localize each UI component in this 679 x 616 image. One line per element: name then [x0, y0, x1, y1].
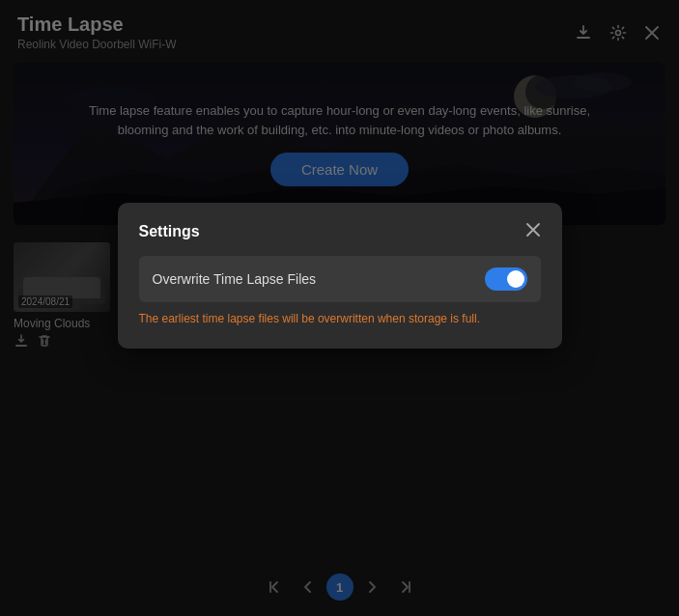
overwrite-toggle-slider	[485, 267, 527, 291]
modal-close-button[interactable]	[525, 222, 541, 240]
modal-header: Settings	[139, 222, 541, 240]
settings-modal: Settings Overwrite Time Lapse Files The …	[118, 203, 562, 349]
modal-overlay[interactable]: Settings Overwrite Time Lapse Files The …	[0, 0, 679, 616]
overwrite-toggle[interactable]	[485, 267, 527, 291]
overwrite-setting-hint: The earliest time lapse files will be ov…	[139, 311, 541, 327]
modal-title: Settings	[139, 223, 200, 240]
overwrite-setting-row: Overwrite Time Lapse Files	[139, 256, 541, 302]
overwrite-setting-label: Overwrite Time Lapse Files	[153, 271, 317, 287]
